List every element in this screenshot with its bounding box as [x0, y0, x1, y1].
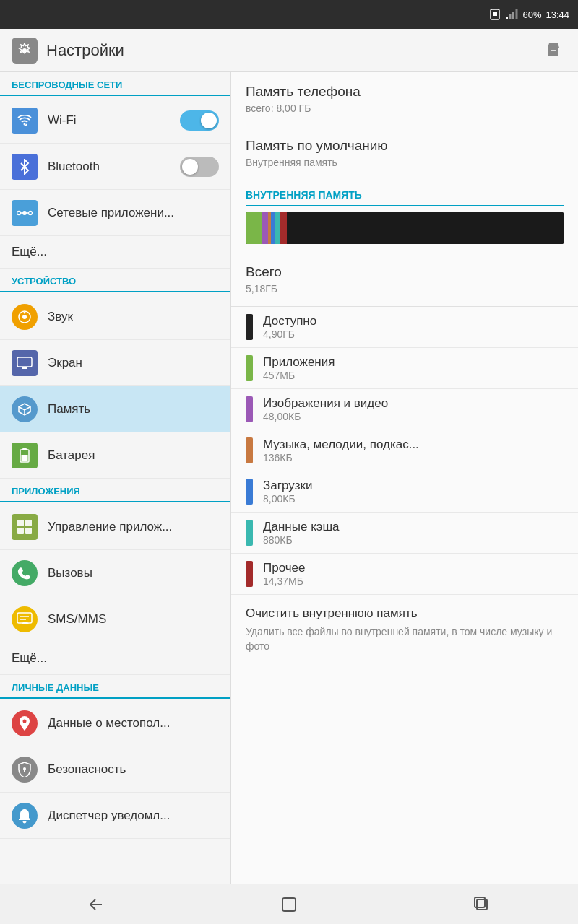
phone-memory-title: Память телефона	[246, 84, 564, 100]
network-label: Сетевые приложени...	[48, 206, 174, 220]
svg-rect-18	[17, 357, 32, 367]
section-personal: ЛИЧНЫЕ ДАННЫЕ	[0, 675, 230, 699]
sidebar-item-location[interactable]: Данные о местопол...	[0, 700, 230, 746]
status-icons: 60% 13:44	[489, 9, 569, 20]
calls-label: Вызовы	[48, 566, 92, 580]
recents-button[interactable]	[453, 890, 511, 919]
sidebar-item-appmanager[interactable]: Управление прилож...	[0, 504, 230, 550]
internal-memory-label: ВНУТРЕННЯЯ ПАМЯТЬ	[246, 189, 564, 206]
section-wireless: БЕСПРОВОДНЫЕ СЕТИ	[0, 72, 230, 96]
storage-item-apps[interactable]: Приложения 457МБ	[231, 348, 578, 389]
storage-items: Доступно 4,90ГБ Приложения 457МБ Изображ…	[231, 307, 578, 595]
storage-item-other[interactable]: Прочее 14,37МБ	[231, 554, 578, 595]
section-device: УСТРОЙСТВО	[0, 269, 230, 292]
default-memory-value: Внутренняя память	[246, 157, 564, 168]
other-name: Прочее	[263, 561, 564, 575]
phone-memory-section: Память телефона всего: 8,00 ГБ	[231, 72, 578, 126]
clean-button[interactable]	[540, 38, 566, 64]
sidebar-item-bluetooth[interactable]: Bluetooth	[0, 144, 230, 190]
bar-apps	[246, 212, 262, 244]
appmanager-label: Управление прилож...	[48, 520, 172, 534]
images-name: Изображения и видео	[263, 396, 564, 411]
svg-point-33	[23, 767, 26, 770]
other-color-dot	[246, 561, 253, 587]
sidebar-item-notifications[interactable]: Диспетчер уведомл...	[0, 793, 230, 839]
sidebar-item-screen[interactable]: Экран	[0, 340, 230, 386]
sidebar-item-calls[interactable]: Вызовы	[0, 550, 230, 596]
bar-other	[280, 212, 287, 244]
downloads-name: Загрузки	[263, 479, 564, 493]
bluetooth-toggle[interactable]	[180, 157, 219, 177]
calls-icon	[12, 560, 38, 586]
clear-button-desc: Удалить все файлы во внутренней памяти, …	[246, 625, 564, 653]
sound-label: Звук	[48, 310, 73, 324]
settings-icon	[12, 38, 38, 64]
svg-rect-7	[548, 48, 558, 56]
time-text: 13:44	[545, 9, 569, 20]
bluetooth-icon	[12, 154, 38, 180]
images-info: Изображения и видео 48,00КБ	[263, 396, 564, 422]
screen-icon	[12, 350, 38, 376]
memory-icon	[12, 396, 38, 422]
available-info: Доступно 4,90ГБ	[263, 314, 564, 340]
sidebar-item-more2[interactable]: Ещё...	[0, 642, 230, 675]
storage-item-available[interactable]: Доступно 4,90ГБ	[231, 307, 578, 348]
sidebar-item-network[interactable]: Сетевые приложени...	[0, 190, 230, 236]
sidebar-item-memory[interactable]: Память	[0, 386, 230, 432]
bar-images	[262, 212, 268, 244]
toggle-knob	[201, 113, 217, 128]
storage-item-images[interactable]: Изображения и видео 48,00КБ	[231, 389, 578, 430]
music-info: Музыка, мелодии, подкас... 136КБ	[263, 437, 564, 463]
screen-label: Экран	[48, 356, 82, 370]
images-color-dot	[246, 396, 253, 422]
main-layout: БЕСПРОВОДНЫЕ СЕТИ Wi-Fi	[0, 72, 578, 884]
available-size: 4,90ГБ	[263, 328, 564, 340]
available-color-dot	[246, 314, 253, 340]
apps-size: 457МБ	[263, 370, 564, 381]
total-section: Всего 5,18ГБ	[231, 253, 578, 307]
battery-icon	[12, 443, 38, 468]
apps-name: Приложения	[263, 355, 564, 370]
svg-rect-25	[17, 520, 24, 526]
sidebar-item-sms[interactable]: SMS/MMS	[0, 596, 230, 642]
right-panel: Память телефона всего: 8,00 ГБ Память по…	[231, 72, 578, 884]
section-apps: ПРИЛОЖЕНИЯ	[0, 479, 230, 502]
svg-rect-28	[25, 528, 32, 534]
home-button[interactable]	[260, 890, 318, 919]
storage-item-downloads[interactable]: Загрузки 8,00КБ	[231, 471, 578, 513]
toggle-knob	[182, 159, 198, 175]
memory-label: Память	[48, 402, 90, 417]
other-info: Прочее 14,37МБ	[263, 561, 564, 587]
storage-item-music[interactable]: Музыка, мелодии, подкас... 136КБ	[231, 430, 578, 471]
music-size: 136КБ	[263, 452, 564, 463]
sidebar-item-sound[interactable]: Звук	[0, 294, 230, 340]
svg-rect-3	[509, 14, 512, 19]
downloads-info: Загрузки 8,00КБ	[263, 479, 564, 505]
downloads-size: 8,00КБ	[263, 493, 564, 505]
sim-icon	[489, 9, 501, 20]
sidebar-item-wifi[interactable]: Wi-Fi	[0, 97, 230, 144]
bluetooth-toggle-switch[interactable]	[180, 157, 219, 177]
storage-item-cache[interactable]: Данные кэша 880КБ	[231, 513, 578, 554]
sidebar-item-security[interactable]: Безопасность	[0, 746, 230, 793]
back-button[interactable]	[67, 890, 125, 919]
svg-point-12	[29, 211, 33, 214]
wifi-toggle[interactable]	[180, 110, 219, 131]
bar-available	[287, 212, 564, 244]
page-title: Настройки	[46, 41, 540, 60]
network-icon	[12, 200, 38, 226]
svg-point-16	[22, 315, 27, 319]
bottom-nav	[0, 884, 578, 924]
svg-point-11	[17, 211, 21, 214]
available-name: Доступно	[263, 314, 564, 328]
bar-cache	[275, 212, 281, 244]
svg-rect-2	[506, 17, 508, 19]
sidebar-item-more1[interactable]: Ещё...	[0, 236, 230, 269]
other-size: 14,37МБ	[263, 575, 564, 587]
svg-rect-1	[493, 12, 497, 16]
wifi-toggle-switch[interactable]	[180, 110, 219, 131]
status-bar: 60% 13:44	[0, 0, 578, 29]
clear-memory-button[interactable]: Очистить внутреннюю память Удалить все ф…	[231, 595, 578, 665]
sidebar-item-battery[interactable]: Батарея	[0, 432, 230, 479]
svg-rect-5	[516, 9, 518, 19]
